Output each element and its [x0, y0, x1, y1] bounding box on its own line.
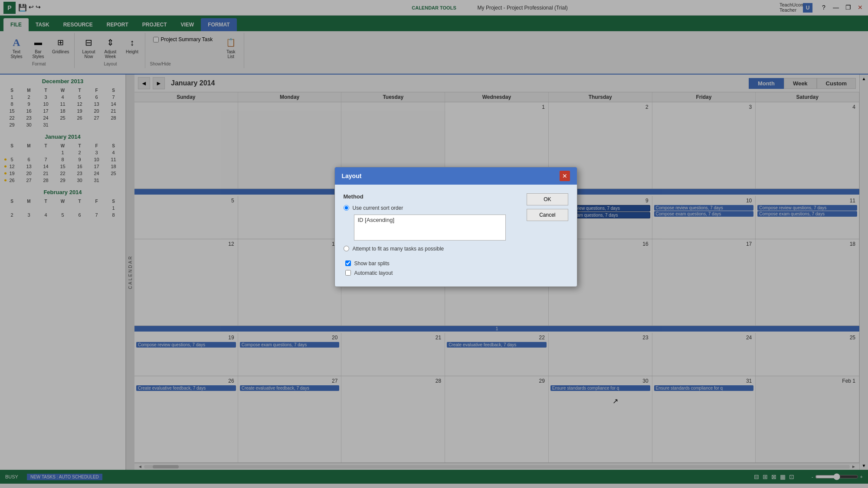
modal-title: Layout	[342, 172, 362, 179]
modal-checkbox-auto-layout[interactable]	[345, 270, 351, 276]
modal-checkbox-bar-splits[interactable]	[345, 260, 351, 266]
modal-checkbox2-row: Automatic layout	[345, 270, 568, 276]
modal-radio2-label: Attempt to fit as many tasks as possible	[353, 246, 444, 252]
modal-ok-btn[interactable]: OK	[527, 193, 568, 205]
modal-checkbox1-label: Show bar splits	[354, 260, 390, 267]
modal-checkbox1-row: Show bar splits	[345, 260, 568, 267]
layout-dialog: Layout ✕ Method Use current sort order I…	[334, 167, 577, 287]
modal-radio1-label: Use current sort order	[353, 205, 403, 211]
modal-sort-box: ID [Ascending]	[354, 215, 506, 241]
cursor: ↗	[613, 397, 618, 405]
modal-checkbox2-label: Automatic layout	[354, 270, 393, 276]
modal-body: Method Use current sort order ID [Ascend…	[335, 185, 577, 286]
modal-radio2-row: Attempt to fit as many tasks as possible	[344, 246, 568, 252]
modal-title-bar: Layout ✕	[335, 167, 577, 185]
modal-btn-col: OK Cancel	[527, 193, 568, 221]
modal-close-btn[interactable]: ✕	[560, 171, 570, 181]
modal-radio2[interactable]	[344, 246, 349, 251]
modal-overlay: Layout ✕ Method Use current sort order I…	[0, 0, 868, 488]
modal-radio1[interactable]	[344, 205, 349, 211]
modal-cancel-btn[interactable]: Cancel	[527, 209, 568, 221]
